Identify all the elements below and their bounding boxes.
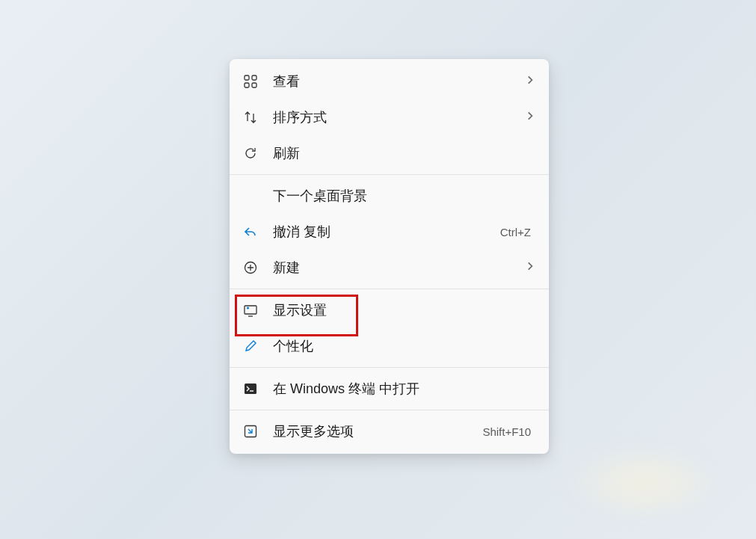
menu-item-label: 个性化 xyxy=(273,337,535,355)
svg-rect-7 xyxy=(245,384,256,394)
menu-item-label: 新建 xyxy=(273,259,525,277)
display-settings-icon xyxy=(243,303,273,318)
menu-divider xyxy=(230,174,549,175)
svg-point-6 xyxy=(247,307,249,309)
menu-item-personalize[interactable]: 个性化 xyxy=(230,328,549,364)
paintbrush-icon xyxy=(243,339,273,354)
refresh-icon xyxy=(243,146,273,161)
chevron-right-icon xyxy=(525,111,535,124)
menu-item-label: 在 Windows 终端 中打开 xyxy=(273,380,535,398)
menu-item-label: 查看 xyxy=(273,73,525,90)
menu-item-label: 显示更多选项 xyxy=(273,422,482,440)
chevron-right-icon xyxy=(525,261,535,274)
plus-circle-icon xyxy=(243,260,273,275)
menu-item-label: 下一个桌面背景 xyxy=(273,187,535,205)
svg-rect-1 xyxy=(252,76,256,80)
chevron-right-icon xyxy=(525,75,535,88)
svg-rect-2 xyxy=(245,83,249,87)
grid-icon xyxy=(243,74,273,89)
menu-item-label: 排序方式 xyxy=(273,108,525,126)
menu-item-new[interactable]: 新建 xyxy=(230,250,549,286)
menu-item-shortcut: Ctrl+Z xyxy=(500,226,531,238)
menu-item-refresh[interactable]: 刷新 xyxy=(230,135,549,171)
more-options-icon xyxy=(243,424,273,439)
sort-icon xyxy=(243,110,273,125)
menu-item-label: 显示设置 xyxy=(273,301,535,319)
menu-divider xyxy=(230,367,549,368)
undo-icon xyxy=(243,224,273,239)
desktop-context-menu: 查看 排序方式 刷新 下一个桌面背景 xyxy=(230,59,549,454)
menu-divider xyxy=(230,289,549,289)
svg-rect-0 xyxy=(245,76,249,80)
svg-rect-3 xyxy=(252,83,256,87)
menu-item-shortcut: Shift+F10 xyxy=(482,425,531,438)
background-glow xyxy=(562,442,726,524)
menu-item-view[interactable]: 查看 xyxy=(230,64,549,99)
menu-item-open-terminal[interactable]: 在 Windows 终端 中打开 xyxy=(230,371,549,407)
menu-item-undo[interactable]: 撤消 复制 Ctrl+Z xyxy=(230,214,549,250)
menu-item-label: 刷新 xyxy=(273,144,535,162)
menu-item-show-more-options[interactable]: 显示更多选项 Shift+F10 xyxy=(230,413,549,449)
menu-item-label: 撤消 复制 xyxy=(273,223,500,241)
terminal-icon xyxy=(243,381,273,396)
svg-rect-5 xyxy=(245,306,256,314)
menu-item-sort[interactable]: 排序方式 xyxy=(230,99,549,135)
menu-divider xyxy=(230,410,549,410)
menu-item-next-background[interactable]: 下一个桌面背景 xyxy=(230,178,549,214)
menu-item-display-settings[interactable]: 显示设置 xyxy=(230,292,549,328)
